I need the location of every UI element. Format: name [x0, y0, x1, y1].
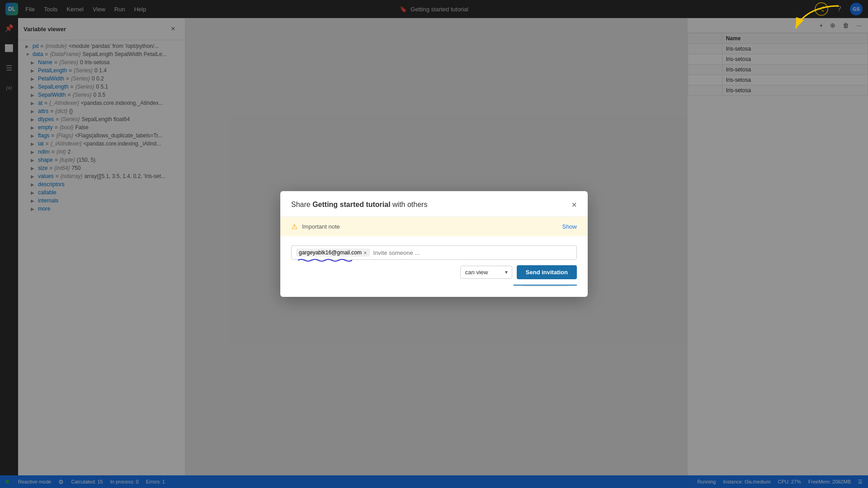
modal-body: gargeyablk16@gmail.com × can view can ed… [280, 236, 588, 297]
email-tag-text: gargeyablk16@gmail.com [299, 249, 362, 256]
modal-header: Share Getting started tutorial with othe… [280, 191, 588, 217]
send-invitation-button[interactable]: Send invitation [517, 265, 577, 279]
squiggle-decoration [298, 258, 352, 262]
invite-input[interactable] [373, 249, 572, 256]
modal-title: Share Getting started tutorial with othe… [291, 201, 427, 209]
send-button-decoration [291, 281, 577, 288]
modal-title-prefix: Share [291, 201, 312, 208]
invite-input-row: gargeyablk16@gmail.com × [291, 245, 577, 260]
warning-icon: ⚠ [291, 222, 297, 231]
action-row: can view can edit can comment Send invit… [291, 265, 577, 279]
modal-title-suffix: with others [391, 201, 428, 208]
permission-select[interactable]: can view can edit can comment [460, 266, 512, 279]
modal-note-banner: ⚠ Important note Show [280, 217, 588, 236]
share-modal: Share Getting started tutorial with othe… [280, 191, 588, 297]
show-note-link[interactable]: Show [562, 223, 577, 230]
email-tag: gargeyablk16@gmail.com × [296, 249, 370, 257]
modal-close-button[interactable]: × [571, 200, 577, 209]
modal-doc-name: Getting started tutorial [312, 201, 390, 208]
permission-select-wrapper: can view can edit can comment [460, 266, 512, 279]
remove-email-tag[interactable]: × [363, 250, 367, 256]
note-text: Important note [302, 223, 340, 230]
